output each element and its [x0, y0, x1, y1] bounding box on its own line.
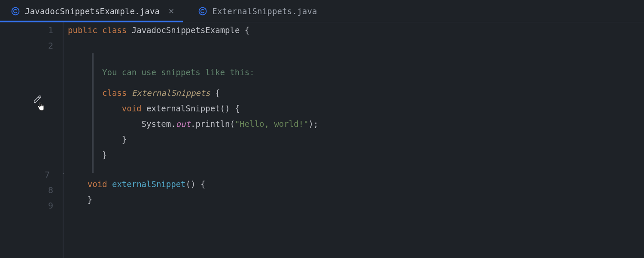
javadoc-snippet-line: void externalSnippet() {	[102, 101, 644, 116]
tab-label: JavadocSnippetsExample.java	[25, 6, 160, 16]
code-area[interactable]: public class JavadocSnippetsExample { Yo…	[64, 22, 644, 258]
editor: 1 2 7 8 9 public class JavadocSnippetsEx…	[0, 22, 644, 258]
javadoc-text: You can use snippets like this:	[102, 64, 644, 80]
tab-javadoc-snippets-example[interactable]: JavadocSnippetsExample.java	[0, 0, 183, 22]
tab-label: ExternalSnippets.java	[212, 6, 317, 16]
gutter: 1 2 7 8 9	[0, 22, 64, 258]
javadoc-snippet-line: class ExternalSnippets {	[102, 85, 644, 101]
code-line[interactable]	[68, 207, 644, 223]
java-class-icon	[198, 7, 207, 15]
code-line[interactable]: public class JavadocSnippetsExample {	[68, 22, 644, 38]
code-line[interactable]: void externalSnippet() {	[68, 176, 644, 192]
javadoc-snippet-line: }	[102, 132, 644, 147]
svg-point-0	[12, 7, 19, 15]
gutter-line[interactable]: 2	[0, 38, 63, 53]
gutter-line[interactable]: 7	[0, 167, 63, 182]
javadoc-snippet-line: }	[102, 147, 644, 163]
tab-bar: JavadocSnippetsExample.java ExternalSnip…	[0, 0, 644, 22]
javadoc-snippet-line: System.out.println("Hello, world!");	[102, 116, 644, 132]
gutter-line[interactable]: 8	[0, 182, 63, 198]
rendered-javadoc[interactable]: You can use snippets like this: class Ex…	[92, 53, 644, 173]
tab-external-snippets[interactable]: ExternalSnippets.java	[183, 0, 325, 22]
gutter-line[interactable]: 1	[0, 22, 63, 38]
svg-point-1	[199, 7, 207, 15]
code-line[interactable]	[68, 38, 644, 53]
gutter-line[interactable]: 9	[0, 198, 63, 213]
code-line[interactable]: }	[68, 192, 644, 207]
pointer-cursor-icon	[36, 101, 46, 114]
close-icon[interactable]	[167, 7, 175, 15]
java-class-icon	[11, 7, 20, 15]
